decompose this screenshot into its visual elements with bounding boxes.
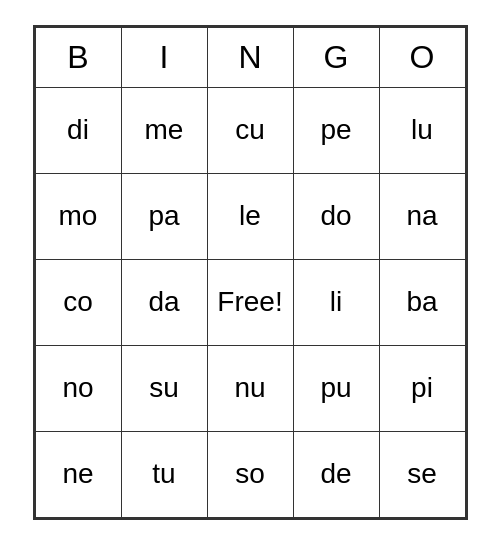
cell-r3-c2: nu — [207, 345, 293, 431]
cell-r2-c2: Free! — [207, 259, 293, 345]
cell-r2-c1: da — [121, 259, 207, 345]
cell-r3-c0: no — [35, 345, 121, 431]
cell-r2-c3: li — [293, 259, 379, 345]
cell-r3-c1: su — [121, 345, 207, 431]
table-row: codaFree!liba — [35, 259, 465, 345]
cell-r0-c1: me — [121, 87, 207, 173]
header-cell: B — [35, 27, 121, 87]
cell-r1-c3: do — [293, 173, 379, 259]
table-row: netusodese — [35, 431, 465, 517]
cell-r0-c4: lu — [379, 87, 465, 173]
cell-r2-c0: co — [35, 259, 121, 345]
table-row: nosunupupi — [35, 345, 465, 431]
cell-r4-c1: tu — [121, 431, 207, 517]
bingo-table: BINGO dimecupelumopaledonacodaFree!liban… — [35, 27, 466, 518]
header-cell: O — [379, 27, 465, 87]
cell-r0-c3: pe — [293, 87, 379, 173]
bingo-card: BINGO dimecupelumopaledonacodaFree!liban… — [33, 25, 468, 520]
cell-r1-c2: le — [207, 173, 293, 259]
header-row: BINGO — [35, 27, 465, 87]
bingo-body: dimecupelumopaledonacodaFree!libanosunup… — [35, 87, 465, 517]
table-row: mopaledona — [35, 173, 465, 259]
cell-r3-c4: pi — [379, 345, 465, 431]
cell-r4-c2: so — [207, 431, 293, 517]
cell-r4-c4: se — [379, 431, 465, 517]
cell-r1-c0: mo — [35, 173, 121, 259]
cell-r1-c1: pa — [121, 173, 207, 259]
cell-r0-c2: cu — [207, 87, 293, 173]
cell-r2-c4: ba — [379, 259, 465, 345]
header-cell: G — [293, 27, 379, 87]
cell-r0-c0: di — [35, 87, 121, 173]
table-row: dimecupelu — [35, 87, 465, 173]
cell-r4-c0: ne — [35, 431, 121, 517]
cell-r1-c4: na — [379, 173, 465, 259]
cell-r4-c3: de — [293, 431, 379, 517]
header-cell: N — [207, 27, 293, 87]
cell-r3-c3: pu — [293, 345, 379, 431]
header-cell: I — [121, 27, 207, 87]
